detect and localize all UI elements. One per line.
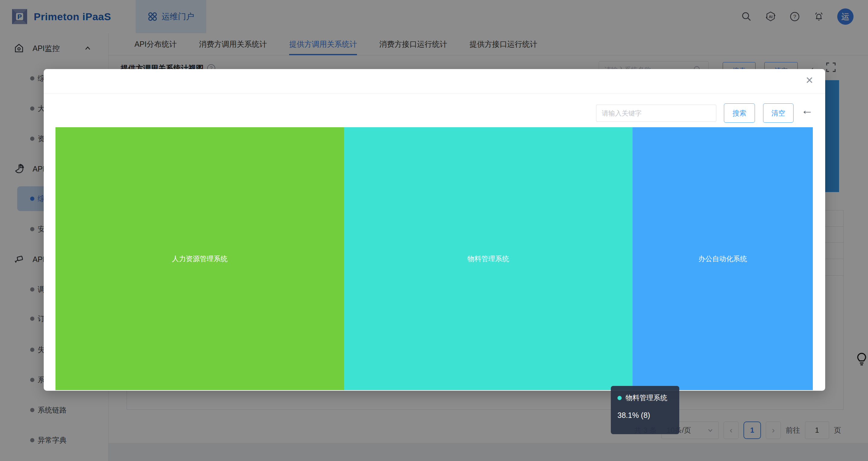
modal-clear-button[interactable]: 清空 xyxy=(763,103,794,123)
statistics-modal: × 搜索 清空 ← 人力资源管理系统 物料管理系统 办公自动化系统 物料管理系统… xyxy=(44,69,825,391)
modal-back-icon[interactable]: ← xyxy=(801,103,813,117)
chart-tooltip: 物料管理系统 38.1% (8) xyxy=(611,386,679,434)
treemap-node-label: 物料管理系统 xyxy=(468,254,509,264)
treemap-node-label: 人力资源管理系统 xyxy=(172,254,228,264)
tooltip-value: 38.1% (8) xyxy=(617,411,673,420)
modal-search-button[interactable]: 搜索 xyxy=(724,103,755,123)
treemap-node-label: 办公自动化系统 xyxy=(699,254,747,264)
treemap-node-material-system[interactable]: 物料管理系统 xyxy=(344,127,632,390)
treemap-node-oa-system[interactable]: 办公自动化系统 xyxy=(632,127,813,390)
tooltip-series-dot xyxy=(617,396,622,400)
modal-header-divider xyxy=(44,93,825,94)
close-icon[interactable]: × xyxy=(806,74,813,87)
treemap-node-hr-system[interactable]: 人力资源管理系统 xyxy=(56,127,344,390)
treemap-chart: 人力资源管理系统 物料管理系统 办公自动化系统 物料管理系统 38.1% (8) xyxy=(56,127,813,390)
tooltip-series-name: 物料管理系统 xyxy=(626,393,667,402)
keyword-search-input[interactable] xyxy=(596,104,716,122)
